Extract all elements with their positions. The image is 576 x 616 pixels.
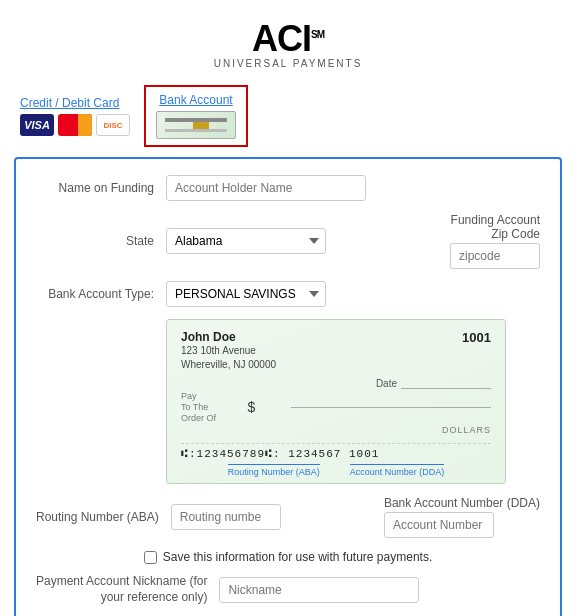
check-dollar-sign: $ xyxy=(248,399,256,415)
aci-logo: ACISM xyxy=(0,18,576,60)
card-icons-row: VISA DISC xyxy=(20,114,130,136)
zip-input[interactable] xyxy=(450,243,540,269)
bank-type-label: Bank Account Type: xyxy=(36,287,166,301)
bank-type-select[interactable]: PERSONAL SAVINGS PERSONAL CHECKING BUSIN… xyxy=(166,281,326,307)
check-date-line xyxy=(401,378,491,389)
check-dollars-label: Dollars xyxy=(181,425,491,435)
bank-icon xyxy=(156,111,236,139)
account-num-group: Bank Account Number (DDA) xyxy=(384,496,540,538)
check-name-addr: John Doe 123 10th Avenue Whereville, NJ … xyxy=(181,330,276,372)
mastercard-icon xyxy=(58,114,92,136)
name-label: Name on Funding xyxy=(36,181,166,195)
tab-credit-debit[interactable]: Credit / Debit Card VISA DISC xyxy=(20,96,130,136)
zip-label: Funding AccountZip Code xyxy=(451,213,540,241)
account-label-on-check: Account Number (DDA) xyxy=(350,464,445,477)
account-number-label: Bank Account Number (DDA) xyxy=(384,496,540,510)
name-input[interactable] xyxy=(166,175,366,201)
check-pay-label: PayTo TheOrder Of xyxy=(181,391,216,423)
save-info-row: Save this information for use with futur… xyxy=(36,550,540,564)
payment-tabs: Credit / Debit Card VISA DISC Bank Accou… xyxy=(0,79,576,147)
check-date-row: Date xyxy=(181,378,491,389)
routing-account-row: Routing Number (ABA) Bank Account Number… xyxy=(36,496,540,538)
bank-tab-link[interactable]: Bank Account xyxy=(159,93,232,107)
check-micr: ⑆:123456789⑆: 1234567 1001 xyxy=(181,443,491,462)
check-address: 123 10th Avenue xyxy=(181,344,276,358)
check-city-state: Whereville, NJ 00000 xyxy=(181,358,276,372)
form-container: Name on Funding State Alabama Alaska Ari… xyxy=(14,157,562,616)
routing-number-input[interactable] xyxy=(171,504,281,530)
state-select[interactable]: Alabama Alaska Arizona xyxy=(166,228,326,254)
header: ACISM UNIVERSAL PAYMENTS xyxy=(0,0,576,79)
name-row: Name on Funding xyxy=(36,175,540,201)
nickname-input[interactable] xyxy=(219,577,419,603)
credit-tab-link[interactable]: Credit / Debit Card xyxy=(20,96,119,110)
routing-number-label: Routing Number (ABA) xyxy=(36,510,171,524)
check-name: John Doe xyxy=(181,330,276,344)
account-number-input[interactable] xyxy=(384,512,494,538)
logo-sm: SM xyxy=(311,29,324,40)
save-info-label: Save this information for use with futur… xyxy=(163,550,432,564)
save-info-checkbox[interactable] xyxy=(144,551,157,564)
check-pay-row: PayTo TheOrder Of $ xyxy=(181,391,491,423)
state-label: State xyxy=(36,234,166,248)
check-date-label: Date xyxy=(376,378,397,389)
bank-chip-icon xyxy=(193,119,209,131)
check-labels-row: Routing Number (ABA) Account Number (DDA… xyxy=(181,464,491,477)
tab-bank-account[interactable]: Bank Account xyxy=(144,85,248,147)
nickname-label: Payment Account Nickname (foryour refere… xyxy=(36,574,219,605)
visa-icon: VISA xyxy=(20,114,54,136)
check-top-row: John Doe 123 10th Avenue Whereville, NJ … xyxy=(181,330,491,372)
check-number: 1001 xyxy=(462,330,491,372)
discover-icon: DISC xyxy=(96,114,130,136)
check-amount-line xyxy=(291,407,491,408)
state-zip-row: State Alabama Alaska Arizona Funding Acc… xyxy=(36,213,540,269)
bank-type-row: Bank Account Type: PERSONAL SAVINGS PERS… xyxy=(36,281,540,307)
zip-group: Funding AccountZip Code xyxy=(450,213,540,269)
check-image: John Doe 123 10th Avenue Whereville, NJ … xyxy=(166,319,506,484)
nickname-row: Payment Account Nickname (foryour refere… xyxy=(36,574,540,605)
routing-label-on-check: Routing Number (ABA) xyxy=(228,464,320,477)
aci-sub-text: UNIVERSAL PAYMENTS xyxy=(0,58,576,69)
